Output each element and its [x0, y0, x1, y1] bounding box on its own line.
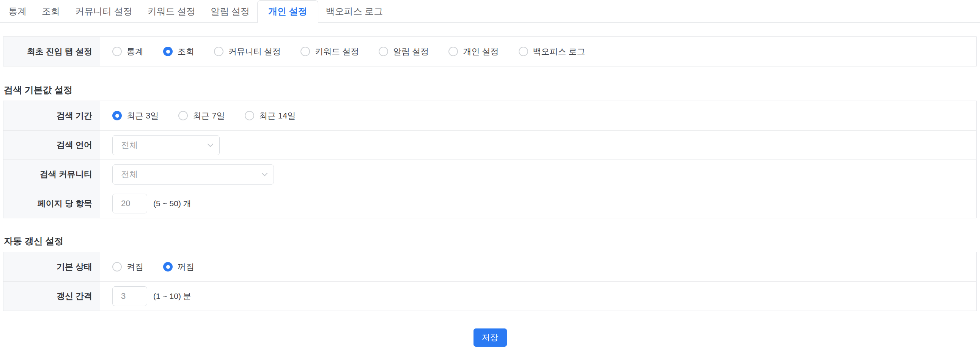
radio-label: 켜짐: [127, 261, 143, 273]
tab-alert-settings[interactable]: 알림 설정: [203, 0, 257, 22]
radio-icon: [301, 47, 310, 56]
search-period-label: 검색 기간: [3, 101, 100, 130]
search-language-row: 검색 언어 전체: [3, 130, 976, 160]
search-language-body: 전체: [100, 131, 976, 160]
tab-bar: 통계 조회 커뮤니티 설정 키워드 설정 알림 설정 개인 설정 백오피스 로그: [0, 0, 980, 23]
chevron-down-icon: [208, 141, 213, 147]
tab-community-settings[interactable]: 커뮤니티 설정: [68, 0, 140, 22]
radio-icon: [519, 47, 528, 56]
radio-option-statistics[interactable]: 통계: [112, 46, 143, 58]
refresh-interval-hint: (1 ~ 10) 분: [153, 291, 191, 301]
search-period-row: 검색 기간 최근 3일 최근 7일 최근 14일: [3, 101, 976, 130]
save-button-container: 저장: [0, 328, 980, 347]
initial-tab-label: 최초 진입 탭 설정: [3, 37, 100, 66]
radio-label: 백오피스 로그: [533, 46, 585, 58]
search-defaults-heading: 검색 기본값 설정: [4, 84, 980, 96]
radio-checked-icon: [163, 47, 173, 56]
refresh-interval-row: 갱신 간격 (1 ~ 10) 분: [3, 282, 976, 310]
radio-icon: [245, 111, 254, 120]
radio-option-alert-settings[interactable]: 알림 설정: [379, 46, 429, 58]
page-size-label: 페이지 당 항목: [3, 189, 100, 218]
search-community-label: 검색 커뮤니티: [3, 160, 100, 189]
radio-option-last-7-days[interactable]: 최근 7일: [178, 110, 224, 122]
refresh-interval-input[interactable]: [112, 286, 147, 306]
radio-option-last-14-days[interactable]: 최근 14일: [245, 110, 296, 122]
initial-tab-panel: 최초 진입 탭 설정 통계 조회 커뮤니티 설정 키워드 설정 알림 설정: [3, 37, 977, 66]
refresh-state-row: 기본 상태 켜짐 꺼짐: [3, 252, 976, 282]
radio-label: 커뮤니티 설정: [228, 46, 281, 58]
search-language-select[interactable]: 전체: [112, 135, 220, 155]
select-value: 전체: [121, 139, 138, 151]
radio-label: 꺼짐: [178, 261, 194, 273]
search-defaults-panel: 검색 기간 최근 3일 최근 7일 최근 14일 검색 언어 전체: [3, 101, 977, 218]
initial-tab-row: 최초 진입 탭 설정 통계 조회 커뮤니티 설정 키워드 설정 알림 설정: [3, 37, 976, 66]
radio-label: 키워드 설정: [315, 46, 359, 58]
auto-refresh-heading: 자동 갱신 설정: [4, 235, 980, 247]
radio-icon: [112, 47, 122, 56]
radio-label: 최근 7일: [193, 110, 224, 122]
radio-icon: [112, 262, 122, 272]
radio-icon: [214, 47, 223, 56]
radio-label: 최근 14일: [259, 110, 296, 122]
search-community-body: 전체: [100, 160, 976, 189]
radio-option-community-settings[interactable]: 커뮤니티 설정: [214, 46, 281, 58]
auto-refresh-panel: 기본 상태 켜짐 꺼짐 갱신 간격 (1 ~ 10) 분: [3, 252, 977, 311]
refresh-interval-body: (1 ~ 10) 분: [100, 282, 976, 310]
radio-label: 통계: [127, 46, 143, 58]
refresh-interval-label: 갱신 간격: [3, 282, 100, 310]
chevron-down-icon: [262, 170, 268, 176]
search-community-row: 검색 커뮤니티 전체: [3, 160, 976, 189]
radio-checked-icon: [112, 111, 122, 120]
search-language-label: 검색 언어: [3, 131, 100, 160]
radio-option-last-3-days[interactable]: 최근 3일: [112, 110, 159, 122]
page-size-input[interactable]: [112, 194, 147, 213]
radio-label: 개인 설정: [463, 46, 498, 58]
refresh-interval-field-group: (1 ~ 10) 분: [112, 286, 191, 306]
save-button[interactable]: 저장: [474, 328, 507, 347]
radio-checked-icon: [163, 262, 173, 272]
radio-icon: [449, 47, 458, 56]
tab-personal-settings[interactable]: 개인 설정: [257, 0, 318, 23]
refresh-state-label: 기본 상태: [3, 252, 100, 282]
radio-option-on[interactable]: 켜짐: [112, 261, 143, 273]
radio-option-keyword-settings[interactable]: 키워드 설정: [301, 46, 359, 58]
search-period-options: 최근 3일 최근 7일 최근 14일: [100, 101, 976, 130]
radio-icon: [379, 47, 388, 56]
radio-label: 최근 3일: [127, 110, 159, 122]
select-value: 전체: [121, 169, 138, 180]
search-community-select[interactable]: 전체: [112, 165, 274, 184]
refresh-state-options: 켜짐 꺼짐: [100, 252, 976, 282]
radio-option-personal-settings[interactable]: 개인 설정: [449, 46, 498, 58]
radio-option-backoffice-log[interactable]: 백오피스 로그: [519, 46, 585, 58]
page-size-hint: (5 ~ 50) 개: [153, 198, 191, 209]
radio-label: 알림 설정: [393, 46, 429, 58]
radio-option-search[interactable]: 조회: [163, 46, 194, 58]
radio-label: 조회: [178, 46, 194, 58]
tab-keyword-settings[interactable]: 키워드 설정: [140, 0, 204, 22]
tab-backoffice-log[interactable]: 백오피스 로그: [318, 0, 391, 22]
tab-statistics[interactable]: 통계: [1, 0, 34, 22]
radio-option-off[interactable]: 꺼짐: [163, 261, 194, 273]
radio-icon: [178, 111, 188, 120]
tab-search[interactable]: 조회: [34, 0, 68, 22]
page-size-field-group: (5 ~ 50) 개: [112, 194, 191, 213]
page-size-row: 페이지 당 항목 (5 ~ 50) 개: [3, 189, 976, 218]
page-size-body: (5 ~ 50) 개: [100, 189, 976, 218]
initial-tab-options: 통계 조회 커뮤니티 설정 키워드 설정 알림 설정 개인 설정: [100, 37, 976, 66]
